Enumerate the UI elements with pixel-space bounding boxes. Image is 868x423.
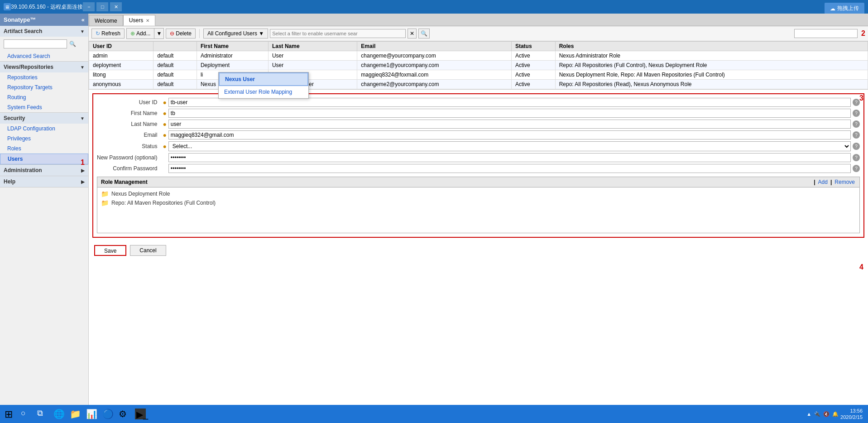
table-row[interactable]: admin default Administrator User changem… [89, 51, 868, 61]
role-management-title: Role Management [101, 179, 148, 185]
email-input[interactable] [168, 130, 851, 139]
sidebar-section-title-security[interactable]: Security ▼ [0, 113, 88, 124]
new-password-label: New Password (optional) [97, 154, 159, 161]
taskbar-explorer[interactable]: 📁 [67, 406, 83, 422]
maximize-button[interactable]: □ [96, 2, 108, 11]
taskbar-clock[interactable]: 13:56 2020/2/15 [840, 408, 863, 421]
filter-input[interactable] [270, 29, 406, 38]
email-help-icon[interactable]: ? [853, 131, 860, 139]
taskbar-notification-icon[interactable]: 🔔 [832, 411, 839, 417]
dropdown-item-nexus-user[interactable]: Nexus User [219, 72, 308, 86]
role-management-header: Role Management | Add | Remove [97, 177, 859, 187]
sidebar-item-advanced-search[interactable]: Advanced Search [0, 51, 88, 61]
first-name-input[interactable] [168, 109, 851, 118]
add-dropdown-button[interactable]: ▼ [154, 29, 163, 38]
user-id-label: User ID [97, 99, 159, 106]
taskbar-app3[interactable]: 📊 [83, 406, 100, 422]
confirm-password-input[interactable] [168, 164, 851, 173]
taskbar-chrome[interactable]: 🔵 [100, 406, 116, 422]
taskbar-time-display: 13:56 [840, 408, 863, 414]
sidebar-item-ldap-configuration[interactable]: LDAP Configuration [0, 124, 88, 134]
sidebar-item-privileges[interactable]: Privileges [0, 134, 88, 144]
table-row[interactable]: litong default li tong maggieq8324@foxma… [89, 70, 868, 80]
sidebar-item-repository-targets[interactable]: Repository Targets [0, 82, 88, 92]
taskbar-cortana[interactable]: ○ [18, 406, 34, 422]
sidebar-section-title-views[interactable]: Views/Repositories ▼ [0, 62, 88, 72]
table-row[interactable]: deployment default Deployment User chang… [89, 61, 868, 70]
cell-status: Active [511, 61, 555, 70]
taskbar-cmd[interactable]: ▶_ [132, 406, 149, 422]
role-item-deployment[interactable]: 📁 Nexus Deployment Role [99, 189, 858, 198]
search-input[interactable] [794, 29, 858, 38]
help-arrow-icon: ▶ [81, 179, 85, 184]
filter-clear-button[interactable]: ✕ [408, 29, 417, 38]
sidebar-item-roles[interactable]: Roles [0, 144, 88, 154]
dropdown-item-external-user-role-mapping[interactable]: External User Role Mapping [219, 86, 308, 98]
cell-source: default [153, 51, 197, 61]
sidebar-item-repositories[interactable]: Repositories [0, 72, 88, 82]
first-name-label: First Name [97, 110, 159, 116]
new-password-help-icon[interactable]: ? [853, 154, 860, 161]
refresh-button[interactable]: ↻ Refresh [91, 29, 125, 38]
status-help-icon[interactable]: ? [853, 143, 860, 150]
status-select[interactable]: Select... Active Disabled [168, 141, 851, 151]
new-password-input[interactable] [168, 153, 851, 162]
cell-first-name: Deployment [197, 61, 268, 70]
add-button[interactable]: ⊕ Add... [127, 29, 154, 38]
cell-roles: Nexus Administrator Role [555, 51, 868, 61]
sidebar-item-users[interactable]: Users [0, 154, 88, 164]
sidebar-section-title-help[interactable]: Help ▶ [0, 176, 88, 187]
cell-user-id: admin [89, 51, 153, 61]
annotation-1: 1 [81, 159, 85, 167]
tab-welcome[interactable]: Welcome [89, 15, 123, 26]
search-icon[interactable]: 🔍 [69, 41, 76, 47]
upload-button[interactable]: ☁ 拖拽上传 [825, 3, 864, 14]
taskbar-start-button[interactable]: ⊞ [2, 406, 18, 422]
cell-last-name: User [268, 61, 357, 70]
tab-users[interactable]: Users ✕ [123, 15, 155, 26]
taskbar-ie[interactable]: 🌐 [51, 406, 67, 422]
last-name-input[interactable] [168, 120, 851, 129]
sidebar-collapse-icon[interactable]: « [82, 16, 85, 23]
last-name-help-icon[interactable]: ? [853, 120, 860, 128]
sidebar-section-security: Security ▼ LDAP Configuration Privileges… [0, 113, 88, 165]
cell-user-id: anonymous [89, 80, 153, 89]
sidebar-header: Sonatype™ « [0, 14, 88, 26]
status-required-indicator: ● [163, 143, 166, 150]
taskbar-up-arrow-icon[interactable]: ▲ [806, 411, 811, 417]
sidebar-item-system-feeds[interactable]: System Feeds [0, 102, 88, 112]
filter-search-button[interactable]: 🔍 [418, 29, 430, 38]
remove-role-button[interactable]: Remove [834, 179, 856, 185]
minimize-button[interactable]: − [83, 2, 95, 11]
add-role-button[interactable]: Add [817, 179, 829, 185]
first-name-help-icon[interactable]: ? [853, 110, 860, 117]
cancel-button[interactable]: Cancel [130, 245, 166, 256]
sidebar-item-routing[interactable]: Routing [0, 92, 88, 102]
close-button[interactable]: ✕ [110, 2, 122, 11]
status-label: Status [97, 143, 159, 149]
sidebar-section-title-artifact-search[interactable]: Artifact Search ▼ [0, 26, 88, 37]
user-id-help-icon[interactable]: ? [853, 99, 860, 106]
user-id-field-wrapper: ● ? [163, 98, 860, 107]
cell-first-name: Administrator [197, 51, 268, 61]
role-item-maven[interactable]: 📁 Repo: All Maven Repositories (Full Con… [99, 198, 858, 207]
delete-button[interactable]: ⊖ Delete [166, 29, 196, 38]
sidebar-section-title-administration[interactable]: Administration ▶ [0, 165, 88, 176]
artifact-search-input-wrapper: 🔍 [0, 37, 88, 51]
taskbar-audio-icon[interactable]: 🔇 [823, 411, 830, 417]
user-id-input[interactable] [168, 98, 851, 107]
table-row[interactable]: anonymous default Nexus Anonymous User c… [89, 80, 868, 89]
last-name-label: Last Name [97, 121, 159, 127]
sidebar-section-artifact-search: Artifact Search ▼ 🔍 Advanced Search [0, 26, 88, 62]
confirm-password-help-icon[interactable]: ? [853, 165, 860, 172]
tab-close-icon[interactable]: ✕ [146, 18, 149, 23]
sidebar-section-administration: Administration ▶ [0, 165, 88, 176]
taskbar-settings[interactable]: ⚙ [116, 406, 132, 422]
filter-dropdown-button[interactable]: All Configured Users ▼ [203, 29, 268, 38]
form-panel: User ID ● ? First Name ● ? Last Name [92, 93, 864, 238]
save-button[interactable]: Save [94, 245, 126, 256]
artifact-search-input[interactable] [4, 39, 67, 48]
taskbar-task-view[interactable]: ⧉ [34, 406, 51, 422]
folder-icon-maven: 📁 [101, 199, 109, 207]
taskbar-network-icon[interactable]: 🔌 [814, 411, 820, 417]
